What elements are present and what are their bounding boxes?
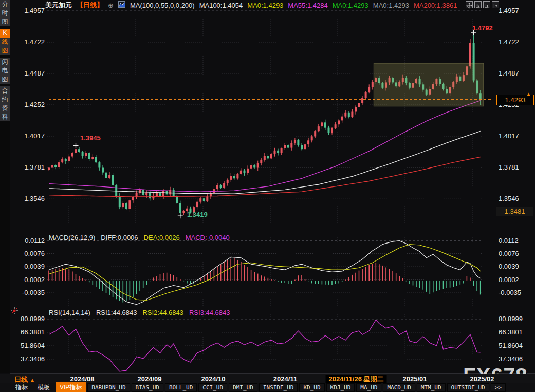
btn-vip-indicators[interactable]: VIP指标 — [56, 382, 86, 392]
trading-terminal: 分时图K线图闪电图合约资料 美元加元 【日线】 ⊕ MA(100,0,55,0,… — [0, 0, 535, 392]
price-tick: 1.3781 — [4, 163, 45, 171]
price-tick: 1.4252 — [4, 101, 45, 108]
macd-header: MACD(26,12,9)DIFF:0.0006DEA:0.0026MACD:-… — [49, 234, 230, 241]
indicator-param-label: DEA:0.0026 — [144, 234, 180, 241]
price-tick: 1.4017 — [499, 132, 535, 140]
price-tick: 1.4957 — [4, 7, 45, 14]
price-tick: 1.4487 — [4, 69, 45, 77]
date-label: 2025/01 — [403, 375, 427, 383]
rsi-tick: 66.3801 — [499, 328, 535, 336]
ma-value-label: MA(100,0,55,0,0,200) — [130, 2, 195, 9]
ma-value-label: MA0:1.4293 — [333, 2, 368, 9]
selected-date-label: 2024/11/26 星期二 — [326, 375, 387, 383]
macd-tick: -0.0035 — [4, 289, 45, 296]
rsi-tick: 37.3406 — [499, 355, 535, 363]
pan-icon[interactable] — [466, 1, 473, 8]
fit-horizontal-icon[interactable] — [483, 1, 490, 8]
chart-canvas[interactable] — [0, 0, 535, 392]
annotation-swing-high: 1.3945 — [80, 134, 101, 142]
macd-tick: 0.0076 — [499, 250, 535, 257]
price-tick: 1.3546 — [4, 195, 45, 202]
secondary-price-badge: 1.3481 — [496, 207, 533, 216]
btn-more[interactable]: >> — [491, 383, 506, 392]
chart-thumbnail-icon[interactable] — [118, 1, 125, 9]
ma-value-label: MA0:1.4293 — [373, 2, 409, 9]
annotation-swing-low: 1.3419 — [187, 211, 208, 218]
indicator-toolbar: 指标模板VIP指标BARUPDN_UDBIAS_UDBOLL_UDCCI_UDD… — [0, 383, 535, 392]
btn-kd[interactable]: KD_UD — [299, 383, 324, 392]
indicator-param-label: RSI1:44.6843 — [96, 309, 137, 316]
btn-bias[interactable]: BIAS_UD — [132, 383, 163, 392]
shift-right-icon[interactable] — [492, 1, 499, 8]
price-tick: 1.4722 — [499, 38, 535, 46]
rsi-tick: 51.8604 — [4, 342, 45, 349]
tab-char: 料 — [0, 113, 10, 121]
btn-indicators[interactable]: 指标 — [11, 382, 32, 392]
price-arrow-icon: ▲ — [526, 91, 531, 97]
chart-header: 美元加元 【日线】 ⊕ MA(100,0,55,0,0,200)MA100:1.… — [45, 1, 462, 9]
macd-tick: 0.0112 — [4, 237, 45, 245]
indicator-param-label: RSI3:44.6843 — [189, 309, 230, 316]
macd-tick: 0.0076 — [4, 250, 45, 257]
tab-char: 闪 — [0, 58, 10, 66]
annotation-spike-high: 1.4792 — [472, 24, 493, 32]
ma-value-label: MA100:1.4054 — [199, 2, 243, 9]
indicator-param-label: MACD:-0.0040 — [186, 234, 230, 241]
btn-templates[interactable]: 模板 — [33, 382, 54, 392]
btn-barupdn[interactable]: BARUPDN_UD — [87, 383, 130, 392]
ma-values: MA(100,0,55,0,0,200)MA100:1.4054MA0:1.42… — [130, 2, 462, 9]
ma-value-label: MA200:1.3861 — [414, 2, 457, 9]
btn-ma[interactable]: MA_UD — [356, 383, 381, 392]
btn-inside[interactable]: INSIDE_UD — [259, 383, 298, 392]
tab-char: 合 — [0, 86, 10, 95]
btn-dmi[interactable]: DMI_UD — [229, 383, 257, 392]
price-tick: 1.4957 — [499, 7, 535, 14]
tab-char: 图 — [0, 17, 10, 26]
macd-tick: 0.0039 — [4, 263, 45, 270]
date-label: 2024/10 — [201, 375, 226, 383]
macd-tick: -0.0035 — [499, 289, 535, 296]
macd-tick: 0.0112 — [499, 237, 535, 245]
indicator-param-label: RSI2:44.6843 — [142, 309, 183, 316]
rsi-header: RSI(14,14,14)RSI1:44.6843RSI2:44.6843RSI… — [49, 309, 230, 316]
btn-boll[interactable]: BOLL_UD — [165, 383, 197, 392]
ma-value-label: MA55:1.4284 — [288, 2, 327, 9]
alert-dot-icon — [10, 307, 19, 317]
date-label: 2024/08 — [70, 375, 95, 383]
btn-cci[interactable]: CCI_UD — [198, 383, 227, 392]
macd-tick: 0.0002 — [499, 276, 535, 284]
indicator-param-label: DIFF:0.0006 — [101, 234, 138, 241]
header-tool-icons — [466, 1, 499, 8]
btn-outside[interactable]: OUTSIDE_UD — [447, 383, 489, 392]
price-tick: 1.3781 — [499, 163, 535, 171]
ma-value-label: MA0:1.4293 — [247, 2, 283, 9]
macd-tick: 0.0039 — [499, 263, 535, 270]
price-tick: 1.4487 — [499, 69, 535, 77]
rsi-tick: 66.3801 — [4, 328, 45, 336]
btn-mtm[interactable]: MTM_UD — [417, 383, 446, 392]
rsi-tick: 80.8999 — [4, 315, 45, 323]
tab-char: 图 — [0, 46, 10, 55]
symbol-title: 美元加元 — [45, 1, 72, 10]
add-circle-icon[interactable]: ⊕ — [108, 2, 114, 9]
rsi-tick: 80.8999 — [499, 315, 535, 323]
date-label: 2024/11 — [273, 375, 297, 383]
period-tag: 【日线】 — [77, 1, 103, 10]
date-label: 2025/02 — [470, 375, 494, 383]
indicator-param-label: RSI(14,14,14) — [49, 309, 90, 316]
tab-char: K — [0, 29, 10, 38]
rsi-tick: 37.3406 — [4, 355, 45, 363]
price-tick: 1.4722 — [4, 38, 45, 46]
btn-macd[interactable]: MACD_UD — [383, 383, 415, 392]
fit-vertical-icon[interactable] — [474, 1, 482, 8]
rsi-tick: 51.8604 — [499, 342, 535, 349]
price-tick: 1.4017 — [4, 132, 45, 140]
macd-tick: 0.0002 — [4, 276, 45, 284]
price-tick: 1.3546 — [499, 195, 535, 202]
indicator-param-label: MACD(26,12,9) — [49, 234, 95, 241]
btn-kdj[interactable]: KDJ_UD — [326, 383, 355, 392]
date-label: 2024/09 — [138, 375, 162, 383]
